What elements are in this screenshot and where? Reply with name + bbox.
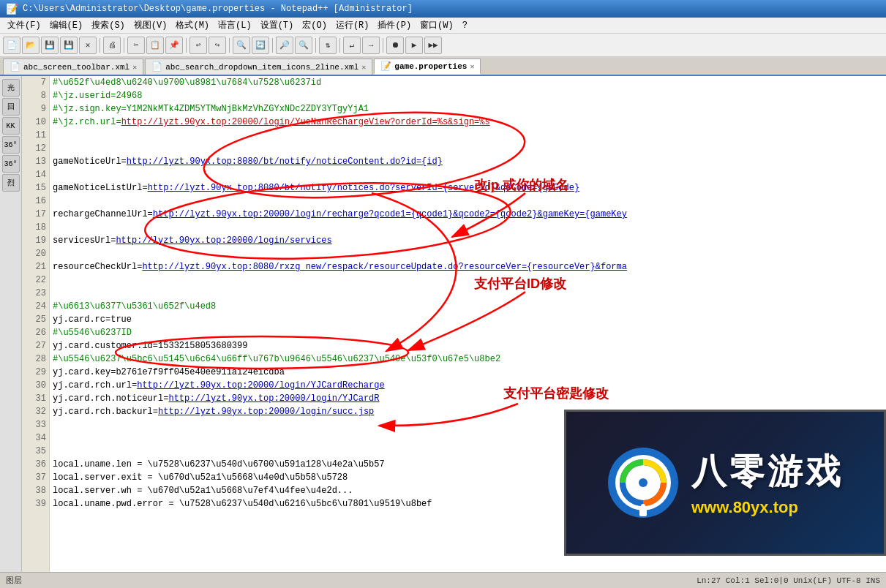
code-line-8: #\jz.userid=24968	[53, 89, 886, 102]
code-line-26: #\u5546\u6237ID	[53, 326, 886, 339]
tab-search-icon: 📄	[151, 61, 162, 72]
code-line-27: yj.card.customer.id=15332158053680399	[53, 339, 886, 353]
code-line-28: #\u5546\u6237\u5bc6\u5145\u6c64\u66ff\u7…	[53, 353, 886, 366]
sidebar-btn-2[interactable]: 回	[2, 98, 20, 116]
tab-abc-search[interactable]: 📄 abc_search_dropdown_item_icons_2line.x…	[145, 59, 372, 75]
main-content: 光 回 KK 36° 36° 烈 7 8 9 10 11 12 13 14 15…	[0, 76, 886, 572]
tab-abc-search-close[interactable]: ✕	[361, 63, 366, 72]
code-line-15: gameNoticeListUrl=http://lyzt.90yx.top:8…	[53, 181, 886, 195]
macro-play-button[interactable]: ▶	[405, 37, 423, 54]
open-button[interactable]: 📂	[22, 37, 40, 54]
code-line-12	[53, 142, 886, 155]
menu-plugins[interactable]: 插件(P)	[373, 18, 416, 33]
code-line-21: resourceCheckUrl=http://lyzt.90yx.top:80…	[53, 260, 886, 274]
separator-2	[124, 38, 124, 53]
code-line-31: yj.card.rch.noticeurl=http://lyzt.90yx.t…	[53, 392, 886, 405]
title-bar: 📝 C:\Users\Administrator\Desktop\game.pr…	[0, 0, 886, 18]
sidebar-btn-5[interactable]: 36°	[2, 155, 20, 173]
svg-point-8	[641, 504, 645, 508]
sync-button[interactable]: ⇅	[319, 37, 337, 54]
menu-format[interactable]: 格式(M)	[171, 18, 214, 33]
code-line-19: servicesUrl=http://lyzt.90yx.top:20000/l…	[53, 234, 886, 247]
code-line-25: yj.card.rc=true	[53, 313, 886, 326]
separator-3	[186, 38, 187, 53]
code-line-29: yj.card.key=b2761e7f9ff045e40ee911a124e1…	[53, 366, 886, 379]
menu-edit[interactable]: 编辑(E)	[45, 18, 88, 33]
window-title: C:\Users\Administrator\Desktop\game.prop…	[23, 4, 413, 14]
sidebar-btn-1[interactable]: 光	[2, 79, 20, 97]
find-button[interactable]: 🔍	[233, 37, 250, 54]
print-button[interactable]: 🖨	[103, 37, 121, 54]
code-line-13: gameNoticeUrl=http://lyzt.90yx.top:8080/…	[53, 155, 886, 168]
code-line-10: #\jz.rch.url=http://lyzt.90yx.top:20000/…	[53, 116, 886, 129]
redo-button[interactable]: ↪	[209, 37, 226, 54]
status-right: Ln:27 Col:1 Sel:0|0 Unix(LF) UTF-8 INS	[697, 576, 880, 585]
logo-watermark: 八零游戏 www.80yx.top	[564, 410, 886, 556]
paste-button[interactable]: 📌	[165, 37, 183, 54]
save-button[interactable]: 💾	[41, 37, 59, 54]
sidebar-btn-6[interactable]: 烈	[2, 174, 20, 192]
menu-view[interactable]: 视图(V)	[129, 18, 172, 33]
save-all-button[interactable]: 💾	[60, 37, 78, 54]
toolbar: 📄 📂 💾 💾 ✕ 🖨 ✂ 📋 📌 ↩ ↪ 🔍 🔄 🔎 🔍 ⇅ ↵ → ⏺ ▶ …	[0, 34, 886, 57]
sidebar-btn-4[interactable]: 36°	[2, 136, 20, 154]
tab-game-properties-label: game.properties	[394, 62, 467, 71]
code-line-9: #\jz.sign.key=Y1M2NkMTk4ZDM5YTMwNjBkMzVh…	[53, 102, 886, 116]
logo-chinese-text: 八零游戏	[691, 448, 844, 495]
code-line-23	[53, 287, 886, 300]
separator-7	[339, 38, 340, 53]
code-line-24: #\u6613\u6377\u5361\u652f\u4ed8	[53, 300, 886, 313]
separator-5	[272, 38, 273, 53]
menu-help[interactable]: ?	[458, 19, 472, 32]
menu-bar: 文件(F) 编辑(E) 搜索(S) 视图(V) 格式(M) 语言(L) 设置(T…	[0, 18, 886, 34]
tab-xml-icon: 📄	[10, 61, 20, 72]
logo-url-text: www.80yx.top	[691, 498, 798, 517]
run-button[interactable]: ▶▶	[424, 37, 442, 54]
menu-run[interactable]: 运行(R)	[331, 18, 374, 33]
tab-properties-icon: 📝	[380, 61, 391, 72]
sidebar-btn-3[interactable]: KK	[2, 117, 20, 135]
undo-button[interactable]: ↩	[189, 37, 207, 54]
tab-abc-search-label: abc_search_dropdown_item_icons_2line.xml	[165, 63, 358, 72]
svg-point-6	[639, 478, 647, 487]
tab-game-properties[interactable]: 📝 game.properties ✕	[374, 59, 481, 75]
close-button[interactable]: ✕	[79, 37, 97, 54]
menu-window[interactable]: 窗口(W)	[416, 18, 458, 33]
indent-button[interactable]: →	[362, 37, 380, 54]
code-line-14	[53, 168, 886, 181]
menu-macro[interactable]: 宏(O)	[298, 18, 331, 33]
zoom-in-button[interactable]: 🔎	[276, 37, 293, 54]
separator-4	[229, 38, 230, 53]
code-line-18	[53, 221, 886, 234]
code-line-11	[53, 129, 886, 142]
code-line-7: #\u652f\u4ed8\u6240\u9700\u8981\u7684\u7…	[53, 76, 886, 89]
macro-rec-button[interactable]: ⏺	[386, 37, 404, 54]
tab-game-properties-close[interactable]: ✕	[470, 62, 474, 71]
menu-settings[interactable]: 设置(T)	[256, 18, 299, 33]
tab-abc-screen-close[interactable]: ✕	[132, 63, 137, 72]
status-bar: 图层 Ln:27 Col:1 Sel:0|0 Unix(LF) UTF-8 IN…	[0, 572, 886, 588]
app-icon: 📝	[6, 3, 18, 15]
code-line-17: rechargeChannelUrl=http://lyzt.90yx.top:…	[53, 208, 886, 221]
separator-8	[383, 38, 383, 53]
tab-abc-screen[interactable]: 📄 abc_screen_toolbar.xml ✕	[3, 59, 143, 75]
menu-language[interactable]: 语言(L)	[214, 18, 256, 33]
zoom-out-button[interactable]: 🔍	[295, 37, 312, 54]
separator-6	[315, 38, 316, 53]
menu-file[interactable]: 文件(F)	[3, 18, 45, 33]
code-line-22	[53, 274, 886, 287]
wrap-button[interactable]: ↵	[343, 37, 361, 54]
logo-icon	[607, 446, 680, 519]
cut-button[interactable]: ✂	[127, 37, 145, 54]
status-text: 图层	[6, 575, 22, 586]
tab-bar: 📄 abc_screen_toolbar.xml ✕ 📄 abc_search_…	[0, 57, 886, 76]
copy-button[interactable]: 📋	[146, 37, 164, 54]
logo-text: 八零游戏 www.80yx.top	[691, 448, 844, 517]
tab-abc-screen-label: abc_screen_toolbar.xml	[23, 63, 129, 72]
code-line-30: yj.card.rch.url=http://lyzt.90yx.top:200…	[53, 379, 886, 392]
code-line-16	[53, 195, 886, 208]
new-button[interactable]: 📄	[3, 37, 20, 54]
menu-search[interactable]: 搜索(S)	[87, 18, 129, 33]
code-line-20	[53, 247, 886, 260]
replace-button[interactable]: 🔄	[252, 37, 269, 54]
